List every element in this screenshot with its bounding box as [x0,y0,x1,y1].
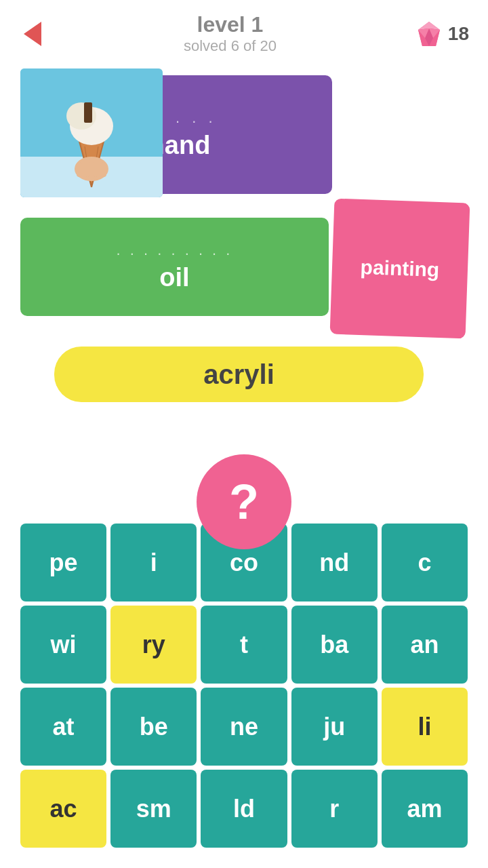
back-button[interactable] [19,20,46,47]
green-card-dots: . . . . . . . . . [117,241,233,259]
back-arrow-icon [24,22,41,46]
letter-cell-nd[interactable]: nd [291,524,378,601]
letter-cell-i[interactable]: i [110,524,197,601]
letter-cell-ry[interactable]: ry [110,606,197,684]
level-title: level 1 [46,12,414,37]
letter-cell-sm[interactable]: sm [110,770,197,848]
letter-grid: peicondcwirytbaanatbenejuliacsmldram [20,524,468,848]
letter-cell-be[interactable]: be [110,688,197,766]
svg-rect-20 [93,161,98,177]
answer-bar: acryli [54,347,424,402]
card-green: . . . . . . . . . oil [20,218,329,316]
letter-cell-am[interactable]: am [382,770,468,848]
letter-cell-pe[interactable]: pe [20,524,106,601]
gem-count: 18 [448,23,469,45]
letter-cell-an[interactable]: an [382,606,468,684]
svg-rect-19 [85,161,90,177]
svg-rect-16 [84,102,92,123]
pink-card-word: painting [360,256,440,281]
ice-cream-image [20,68,163,197]
letter-cell-ac[interactable]: ac [20,770,106,848]
letter-cell-ba[interactable]: ba [291,606,378,684]
letter-cell-ne[interactable]: ne [201,688,287,766]
level-subtitle: solved 6 of 20 [46,37,414,55]
question-mark-icon: ? [229,477,259,526]
letter-cell-at[interactable]: at [20,688,106,766]
letter-cell-li[interactable]: li [382,688,468,766]
cards-area: . . . . . hand . . . . . . . . . oil pai… [0,68,488,421]
gem-area: 18 [414,19,469,49]
gem-icon [414,19,444,49]
card-pink: painting [330,199,470,339]
letter-cell-c[interactable]: c [382,524,468,601]
svg-marker-1 [429,22,440,30]
green-card-word: oil [159,263,189,292]
letter-cell-r[interactable]: r [291,770,378,848]
letter-cell-ju[interactable]: ju [291,688,378,766]
letter-cell-ld[interactable]: ld [201,770,287,848]
letter-cell-t[interactable]: t [201,606,287,684]
header: level 1 solved 6 of 20 18 [0,0,488,62]
svg-rect-18 [77,162,82,177]
letter-cell-wi[interactable]: wi [20,606,106,684]
answer-text: acryli [203,359,274,390]
svg-rect-21 [101,162,106,177]
header-center: level 1 solved 6 of 20 [46,12,414,55]
svg-marker-2 [418,22,429,30]
question-button[interactable]: ? [197,454,291,549]
